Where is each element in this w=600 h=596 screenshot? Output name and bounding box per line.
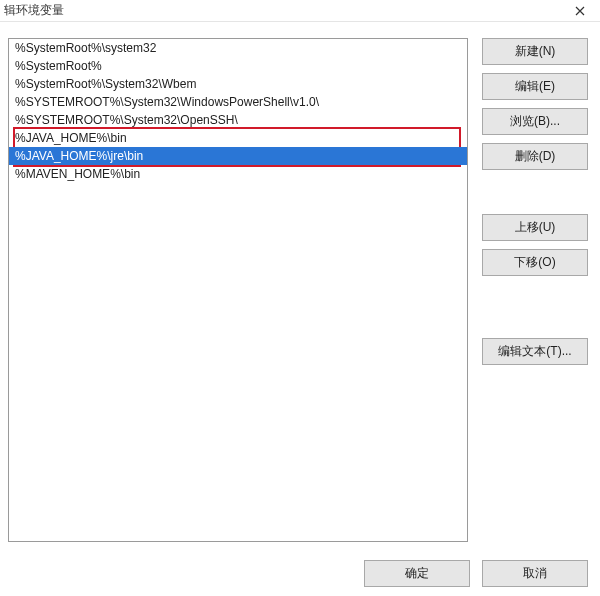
edittext-button[interactable]: 编辑文本(T)... xyxy=(482,338,588,365)
close-button[interactable] xyxy=(560,0,600,22)
list-item[interactable]: %MAVEN_HOME%\bin xyxy=(9,165,467,183)
list-item[interactable]: %SystemRoot%\system32 xyxy=(9,39,467,57)
path-listbox[interactable]: %SystemRoot%\system32%SystemRoot%%System… xyxy=(8,38,468,542)
list-item[interactable]: %JAVA_HOME%\jre\bin xyxy=(9,147,467,165)
cancel-button[interactable]: 取消 xyxy=(482,560,588,587)
delete-button[interactable]: 删除(D) xyxy=(482,143,588,170)
button-sidebar: 新建(N) 编辑(E) 浏览(B)... 删除(D) 上移(U) 下移(O) 编… xyxy=(482,38,588,542)
list-item[interactable]: %JAVA_HOME%\bin xyxy=(9,129,467,147)
new-button[interactable]: 新建(N) xyxy=(482,38,588,65)
list-item[interactable]: %SYSTEMROOT%\System32\WindowsPowerShell\… xyxy=(9,93,467,111)
moveup-button[interactable]: 上移(U) xyxy=(482,214,588,241)
content-area: %SystemRoot%\system32%SystemRoot%%System… xyxy=(0,22,600,542)
browse-button[interactable]: 浏览(B)... xyxy=(482,108,588,135)
titlebar: 辑环境变量 xyxy=(0,0,600,22)
window-title: 辑环境变量 xyxy=(4,2,64,19)
ok-button[interactable]: 确定 xyxy=(364,560,470,587)
close-icon xyxy=(575,6,585,16)
list-item[interactable]: %SystemRoot%\System32\Wbem xyxy=(9,75,467,93)
edit-button[interactable]: 编辑(E) xyxy=(482,73,588,100)
dialog-footer: 确定 取消 xyxy=(0,542,600,587)
list-item[interactable]: %SystemRoot% xyxy=(9,57,467,75)
list-item[interactable]: %SYSTEMROOT%\System32\OpenSSH\ xyxy=(9,111,467,129)
movedown-button[interactable]: 下移(O) xyxy=(482,249,588,276)
